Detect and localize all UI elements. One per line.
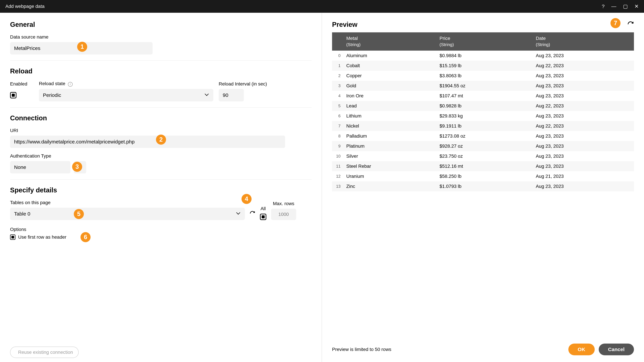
row-index: 11 bbox=[332, 161, 342, 171]
cell-price: $58.250 lb bbox=[436, 171, 532, 181]
annotation-badge-1: 1 bbox=[77, 42, 87, 52]
row-index: 6 bbox=[332, 111, 342, 121]
row-index: 2 bbox=[332, 71, 342, 81]
cell-metal: Nickel bbox=[342, 121, 436, 131]
first-row-header-checkbox[interactable] bbox=[10, 234, 16, 240]
table-row[interactable]: 11 Steel Rebar $512.16 mt Aug 23, 2023 bbox=[332, 161, 634, 171]
cell-date: Aug 23, 2023 bbox=[532, 141, 634, 151]
cell-price: $15.159 lb bbox=[436, 61, 532, 71]
cell-date: Aug 23, 2023 bbox=[532, 151, 634, 161]
table-row[interactable]: 3 Gold $1904.55 oz Aug 23, 2023 bbox=[332, 81, 634, 91]
table-row[interactable]: 2 Copper $3.8063 lb Aug 23, 2023 bbox=[332, 71, 634, 81]
cell-price: $3.8063 lb bbox=[436, 71, 532, 81]
preview-table: Metal (String) Price (String) Date (Stri… bbox=[332, 32, 634, 191]
maxrows-input[interactable] bbox=[271, 209, 296, 220]
cell-date: Aug 22, 2023 bbox=[532, 101, 634, 111]
reload-state-label: Reload state i bbox=[39, 81, 213, 87]
reload-interval-label: Reload Interval (in sec) bbox=[219, 81, 276, 87]
annotation-badge-3: 3 bbox=[72, 162, 82, 172]
cell-metal: Palladium bbox=[342, 131, 436, 141]
row-index: 5 bbox=[332, 101, 342, 111]
cell-metal: Zinc bbox=[342, 181, 436, 191]
cell-price: $1.0793 lb bbox=[436, 181, 532, 191]
info-icon[interactable]: i bbox=[68, 82, 72, 87]
all-checkbox[interactable] bbox=[260, 214, 266, 220]
enabled-checkbox[interactable] bbox=[10, 92, 16, 98]
cell-metal: Steel Rebar bbox=[342, 161, 436, 171]
first-row-header-label: Use first row as header bbox=[18, 234, 66, 240]
cell-metal: Aluminum bbox=[342, 51, 436, 61]
auth-type-label: Authentication Type bbox=[10, 153, 312, 159]
table-row[interactable]: 9 Platinum $928.27 oz Aug 23, 2023 bbox=[332, 141, 634, 151]
cell-metal: Gold bbox=[342, 81, 436, 91]
row-index: 7 bbox=[332, 121, 342, 131]
minimize-icon[interactable]: — bbox=[611, 4, 616, 9]
refresh-tables-button[interactable] bbox=[250, 211, 255, 217]
cancel-button[interactable]: Cancel bbox=[599, 344, 634, 355]
cell-metal: Cobalt bbox=[342, 61, 436, 71]
reload-heading: Reload bbox=[10, 67, 312, 75]
cell-metal: Iron Ore bbox=[342, 91, 436, 101]
clear-uri-button[interactable] bbox=[288, 138, 296, 146]
row-index: 10 bbox=[332, 151, 342, 161]
table-row[interactable]: 0 Aluminum $0.9884 lb Aug 23, 2023 bbox=[332, 51, 634, 61]
cell-price: $9.1911 lb bbox=[436, 121, 532, 131]
row-index: 13 bbox=[332, 181, 342, 191]
connection-heading: Connection bbox=[10, 114, 312, 122]
enabled-label: Enabled bbox=[10, 81, 34, 87]
table-row[interactable]: 4 Iron Ore $107.47 mt Aug 23, 2023 bbox=[332, 91, 634, 101]
col-header-date: Date (String) bbox=[532, 32, 634, 51]
cell-date: Aug 23, 2023 bbox=[532, 51, 634, 61]
tables-select[interactable]: Table 0 bbox=[10, 208, 245, 220]
cell-date: Aug 23, 2023 bbox=[532, 131, 634, 141]
cell-date: Aug 22, 2023 bbox=[532, 61, 634, 71]
close-icon[interactable]: ✕ bbox=[634, 4, 639, 9]
annotation-badge-4: 4 bbox=[242, 194, 252, 204]
cell-date: Aug 21, 2023 bbox=[532, 171, 634, 181]
table-row[interactable]: 6 Lithium $29.833 kg Aug 23, 2023 bbox=[332, 111, 634, 121]
row-index: 9 bbox=[332, 141, 342, 151]
cell-date: Aug 23, 2023 bbox=[532, 81, 634, 91]
row-index: 12 bbox=[332, 171, 342, 181]
reload-interval-input[interactable] bbox=[219, 89, 244, 101]
cell-price: $0.9828 lb bbox=[436, 101, 532, 111]
cell-date: Aug 23, 2023 bbox=[532, 111, 634, 121]
chevron-down-icon bbox=[237, 212, 241, 216]
code-view-button[interactable] bbox=[300, 138, 308, 146]
cell-price: $23.750 oz bbox=[436, 151, 532, 161]
auth-type-select[interactable]: None bbox=[10, 161, 70, 173]
table-row[interactable]: 5 Lead $0.9828 lb Aug 22, 2023 bbox=[332, 101, 634, 111]
cell-metal: Uranium bbox=[342, 171, 436, 181]
reuse-connection-button[interactable]: Reuse existing connection bbox=[10, 347, 79, 358]
cell-date: Aug 23, 2023 bbox=[532, 71, 634, 81]
annotation-badge-7: 7 bbox=[610, 18, 620, 28]
ok-button[interactable]: OK bbox=[568, 344, 595, 355]
uri-input[interactable] bbox=[10, 136, 285, 148]
annotation-badge-5: 5 bbox=[74, 209, 84, 219]
row-index: 0 bbox=[332, 51, 342, 61]
col-header-metal: Metal (String) bbox=[342, 32, 436, 51]
reload-state-select[interactable]: Periodic bbox=[39, 89, 213, 101]
table-row[interactable]: 7 Nickel $9.1911 lb Aug 22, 2023 bbox=[332, 121, 634, 131]
row-index: 1 bbox=[332, 61, 342, 71]
uri-label: URI bbox=[10, 128, 312, 133]
annotation-badge-2: 2 bbox=[156, 135, 166, 145]
table-row[interactable]: 8 Palladium $1273.08 oz Aug 23, 2023 bbox=[332, 131, 634, 141]
window-title: Add webpage data bbox=[5, 4, 602, 9]
all-label: All bbox=[260, 206, 266, 211]
table-row[interactable]: 10 Silver $23.750 oz Aug 23, 2023 bbox=[332, 151, 634, 161]
maxrows-label: Max. rows bbox=[273, 201, 294, 206]
preview-heading: Preview bbox=[332, 21, 627, 28]
maximize-icon[interactable]: ▢ bbox=[623, 4, 628, 9]
preview-refresh-button[interactable] bbox=[627, 21, 634, 28]
help-icon[interactable]: ? bbox=[602, 4, 604, 9]
col-header-price: Price (String) bbox=[436, 32, 532, 51]
options-label: Options bbox=[10, 227, 312, 232]
cell-price: $107.47 mt bbox=[436, 91, 532, 101]
cell-price: $29.833 kg bbox=[436, 111, 532, 121]
table-row[interactable]: 13 Zinc $1.0793 lb Aug 23, 2023 bbox=[332, 181, 634, 191]
cell-metal: Silver bbox=[342, 151, 436, 161]
table-row[interactable]: 1 Cobalt $15.159 lb Aug 22, 2023 bbox=[332, 61, 634, 71]
table-row[interactable]: 12 Uranium $58.250 lb Aug 21, 2023 bbox=[332, 171, 634, 181]
cell-price: $1273.08 oz bbox=[436, 131, 532, 141]
